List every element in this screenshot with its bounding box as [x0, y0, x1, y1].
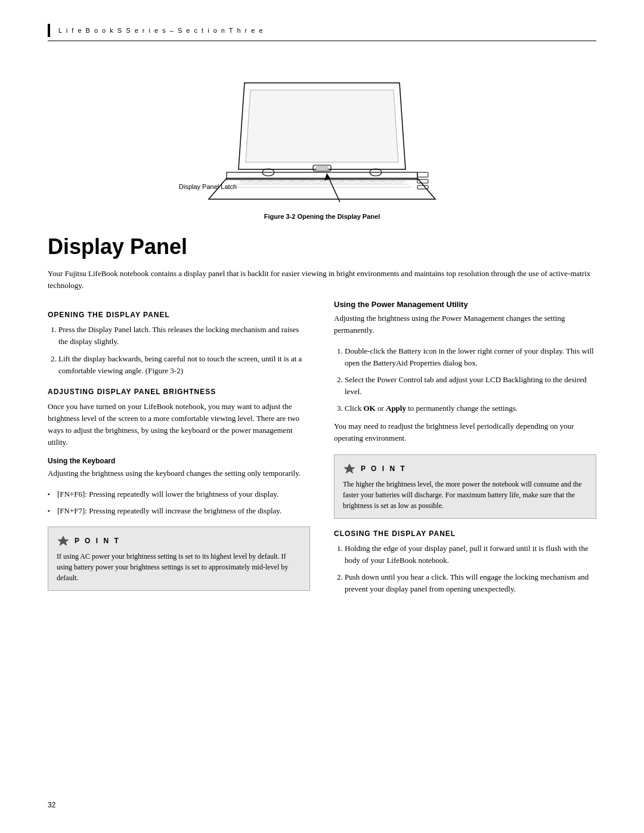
opening-steps-list: Press the Display Panel latch. This rele…: [58, 324, 310, 377]
right-column: Using the Power Management Utility Adjus…: [334, 300, 596, 601]
svg-rect-29: [316, 166, 328, 170]
adjusting-body: Once you have turned on your LifeBook no…: [48, 401, 310, 449]
power-step-3: Click OK or Apply to permanently change …: [345, 402, 596, 414]
power-step-2: Select the Power Control tab and adjust …: [345, 374, 596, 398]
opening-step-1: Press the Display Panel latch. This rele…: [58, 324, 310, 348]
power-mgmt-steps: Double-click the Battery icon in the low…: [345, 345, 596, 415]
section-closing-heading: CLOSING THE DISPLAY PANEL: [334, 529, 596, 538]
page-title: Display Panel: [48, 234, 596, 259]
page-header: L i f e B o o k S S e r i e s – S e c t …: [48, 24, 596, 41]
closing-step-1: Holding the edge of your display panel, …: [345, 543, 596, 566]
opening-step-2: Lift the display backwards, being carefu…: [58, 353, 310, 377]
svg-marker-25: [246, 90, 398, 162]
keyboard-bullets: [FN+F6]: Pressing repeatedly will lower …: [48, 488, 310, 517]
left-column: OPENING THE DISPLAY PANEL Press the Disp…: [48, 300, 310, 601]
page: L i f e B o o k S S e r i e s – S e c t …: [0, 0, 644, 833]
keyboard-bullet-2: [FN+F7]: Pressing repeatedly will increa…: [48, 505, 310, 517]
point-label-1: P O I N T: [75, 537, 120, 545]
power-mgmt-body: Adjusting the brightness using the Power…: [334, 312, 596, 336]
figure-area: Display Panel Latch Figure 3-2 Opening t…: [48, 53, 596, 220]
intro-text: Your Fujitsu LifeBook notebook contains …: [48, 268, 596, 292]
svg-marker-33: [344, 464, 355, 473]
section-adjusting-heading: ADJUSTING DISPLAY PANEL BRIGHTNESS: [48, 388, 310, 396]
header-bar: [48, 24, 50, 37]
point-icon-2: [343, 462, 356, 475]
svg-marker-32: [58, 536, 69, 546]
header-title: L i f e B o o k S S e r i e s – S e c t …: [58, 27, 264, 34]
closing-step-2: Push down until you hear a click. This w…: [345, 571, 596, 595]
keyboard-body: Adjusting the brightness using the keybo…: [48, 467, 310, 479]
point-box-2: P O I N T The higher the brightness leve…: [334, 454, 596, 519]
readjust-text: You may need to readjust the brightness …: [334, 420, 596, 444]
keyboard-subheading: Using the Keyboard: [48, 457, 310, 465]
two-column-layout: OPENING THE DISPLAY PANEL Press the Disp…: [48, 300, 596, 601]
page-number: 32: [48, 801, 55, 809]
keyboard-bullet-1: [FN+F6]: Pressing repeatedly will lower …: [48, 488, 310, 500]
point-box-1-header: P O I N T: [57, 534, 301, 547]
figure-caption: Figure 3-2 Opening the Display Panel: [48, 213, 596, 220]
point-box-1: P O I N T If using AC power your brightn…: [48, 527, 310, 591]
section-opening-heading: OPENING THE DISPLAY PANEL: [48, 311, 310, 319]
closing-steps-list: Holding the edge of your display panel, …: [345, 543, 596, 596]
power-step-1: Double-click the Battery icon in the low…: [345, 345, 596, 369]
point-text-1: If using AC power your brightness settin…: [57, 551, 301, 583]
point-label-2: P O I N T: [361, 465, 407, 473]
point-icon-1: [57, 534, 70, 547]
point-box-2-header: P O I N T: [343, 462, 587, 475]
power-mgmt-heading: Using the Power Management Utility: [334, 300, 596, 309]
point-text-2: The higher the brightness level, the mor…: [343, 479, 587, 511]
